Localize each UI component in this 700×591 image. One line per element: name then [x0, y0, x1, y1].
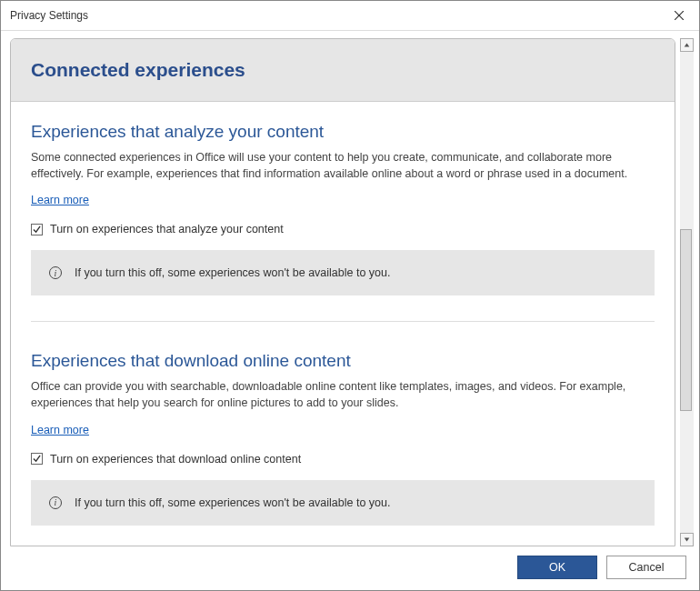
info-text: If you turn this off, some experiences w… — [75, 496, 391, 509]
scroll-down-button[interactable] — [680, 533, 694, 546]
learn-more-link[interactable]: Learn more — [31, 194, 89, 206]
info-icon: i — [49, 496, 62, 509]
titlebar: Privacy Settings — [1, 1, 699, 31]
content-area: Connected experiences Experiences that a… — [1, 31, 699, 546]
checkbox-label: Turn on experiences that analyze your co… — [50, 223, 284, 235]
checkbox-box — [31, 453, 43, 465]
chevron-down-icon — [684, 536, 690, 543]
info-box: i If you turn this off, some experiences… — [31, 250, 655, 296]
analyze-content-checkbox[interactable]: Turn on experiences that analyze your co… — [31, 223, 655, 235]
scroll-up-button[interactable] — [680, 38, 694, 52]
info-icon: i — [49, 266, 62, 279]
checkbox-label: Turn on experiences that download online… — [50, 453, 301, 466]
section-header: Connected experiences — [11, 39, 675, 102]
section-divider — [31, 321, 655, 322]
section-title: Experiences that analyze your content — [31, 122, 655, 142]
chevron-up-icon — [684, 42, 690, 48]
checkbox-box — [31, 224, 43, 235]
section-description: Office can provide you with searchable, … — [31, 378, 655, 411]
download-content-checkbox[interactable]: Turn on experiences that download online… — [31, 453, 655, 466]
svg-marker-3 — [684, 537, 689, 541]
learn-more-link[interactable]: Learn more — [31, 424, 89, 436]
info-box: i If you turn this off, some experiences… — [31, 480, 655, 526]
vertical-scrollbar[interactable] — [679, 38, 694, 546]
info-text: If you turn this off, some experiences w… — [75, 266, 391, 279]
dialog-footer: OK Cancel — [1, 546, 699, 590]
section-download-content: Experiences that download online content… — [11, 331, 675, 541]
ok-button[interactable]: OK — [517, 556, 597, 579]
privacy-settings-dialog: Privacy Settings Connected experiences E… — [0, 0, 700, 591]
section-analyze-content: Experiences that analyze your content So… — [11, 102, 675, 312]
scroll-pane: Connected experiences Experiences that a… — [10, 38, 675, 546]
section-description: Some connected experiences in Office wil… — [31, 149, 655, 182]
main-heading: Connected experiences — [31, 59, 655, 81]
scroll-track[interactable] — [680, 52, 694, 533]
dialog-title: Privacy Settings — [10, 9, 88, 22]
close-button[interactable] — [666, 6, 692, 25]
scroll-thumb[interactable] — [680, 229, 692, 411]
check-icon — [33, 455, 41, 463]
close-icon — [675, 11, 684, 20]
check-icon — [33, 225, 41, 234]
cancel-button[interactable]: Cancel — [606, 556, 686, 579]
svg-marker-2 — [684, 43, 689, 46]
section-title: Experiences that download online content — [31, 351, 655, 371]
